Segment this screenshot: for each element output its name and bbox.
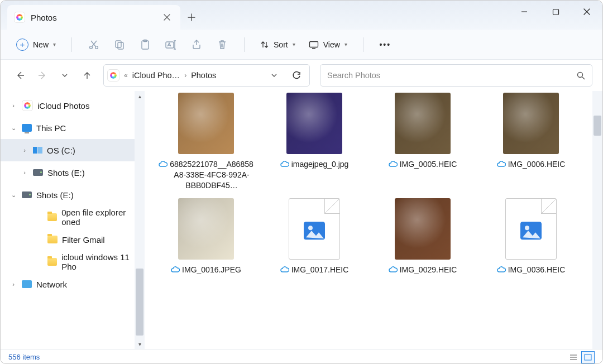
file-name: IMG_0016.JPEG	[182, 265, 241, 275]
tree-item[interactable]: ⌄This PC	[1, 117, 145, 139]
address-bar[interactable]: « iCloud Pho… › Photos	[103, 64, 310, 87]
tree-item-label: icloud windows 11 Pho	[61, 252, 145, 271]
svg-point-2	[95, 46, 98, 49]
chevron-down-icon: ▾	[53, 41, 56, 47]
file-item[interactable]: IMG_0036.HEIC	[481, 197, 581, 275]
drive-icon	[22, 191, 32, 198]
file-name: imagejpeg_0.jpg	[291, 159, 349, 170]
file-item[interactable]: IMG_0006.HEIC	[481, 91, 581, 170]
tree-item-label: Network	[36, 280, 67, 289]
tree-item[interactable]: ›iCloud Photos	[1, 94, 145, 117]
chevron-right-icon[interactable]: ›	[21, 147, 28, 154]
details-view-button[interactable]	[567, 351, 580, 363]
sort-button[interactable]: Sort ▾	[255, 37, 301, 52]
breadcrumb-segment[interactable]: Photos	[191, 71, 216, 80]
recent-locations-button[interactable]	[55, 66, 74, 85]
window-tab[interactable]: Photos	[7, 5, 180, 30]
file-item[interactable]: IMG_0017.HEIC	[264, 197, 365, 275]
chevron-right-icon[interactable]: ›	[21, 169, 28, 176]
breadcrumb-segment[interactable]: iCloud Pho…	[132, 71, 180, 80]
pc-icon	[22, 124, 32, 132]
scroll-thumb[interactable]	[594, 116, 601, 136]
tree-item[interactable]: ›OS (C:)	[1, 139, 145, 161]
back-button[interactable]	[11, 66, 30, 85]
file-thumbnail	[381, 91, 465, 156]
item-count: 556 items	[8, 353, 40, 361]
file-item[interactable]: IMG_0029.HEIC	[372, 197, 473, 275]
tree-item[interactable]: Filter Gmail	[1, 228, 145, 251]
nav-tree: ›iCloud Photos⌄This PC›OS (C:)›Shots (E:…	[1, 91, 145, 349]
svg-point-11	[308, 226, 313, 230]
tree-item[interactable]: ⌄Shots (E:)	[1, 184, 145, 206]
chevron-right-icon: ›	[183, 71, 188, 79]
tree-item-label: Filter Gmail	[62, 235, 105, 245]
folder-icon	[47, 213, 58, 221]
search-icon[interactable]	[576, 71, 585, 80]
cloud-status-icon	[497, 266, 506, 272]
refresh-button[interactable]	[287, 66, 306, 85]
file-thumbnail	[272, 91, 356, 156]
more-button[interactable]: •••	[374, 35, 397, 55]
tree-item[interactable]: ›Shots (E:)	[1, 161, 145, 184]
cloud-status-icon	[280, 266, 289, 272]
tree-item-label: OS (C:)	[47, 146, 75, 155]
maximize-button[interactable]	[540, 1, 571, 23]
toolbar: + New ▾ Sort ▾ View ▾ •••	[1, 30, 602, 60]
close-window-button[interactable]	[571, 1, 602, 23]
chevron-right-icon[interactable]: ›	[9, 281, 17, 288]
file-item[interactable]: 68825221078__A86858A8-338E-4FC8-992A-BBB…	[156, 91, 256, 191]
tree-item[interactable]: ›Network	[1, 273, 145, 295]
view-button[interactable]: View ▾	[303, 37, 353, 52]
separator	[71, 37, 72, 52]
chevron-down-icon[interactable]: ⌄	[9, 124, 17, 132]
folder-icon	[47, 236, 58, 243]
chevron-right-icon[interactable]: ›	[9, 102, 17, 109]
svg-rect-5	[142, 41, 149, 49]
address-history-button[interactable]	[265, 66, 284, 85]
search-input[interactable]	[327, 71, 576, 80]
file-thumbnail	[381, 197, 465, 261]
overflow-chevron-icon[interactable]: «	[123, 71, 129, 79]
svg-point-13	[525, 226, 529, 230]
file-item[interactable]: IMG_0005.HEIC	[372, 91, 473, 170]
file-thumbnail	[164, 197, 248, 261]
file-grid-area: 68825221078__A86858A8-338E-4FC8-992A-BBB…	[145, 91, 602, 349]
paste-button[interactable]	[133, 35, 157, 55]
separator	[244, 37, 245, 52]
tree-item-label: Shots (E:)	[36, 190, 74, 200]
file-item[interactable]: IMG_0016.JPEG	[156, 197, 256, 275]
new-tab-button[interactable]	[180, 5, 203, 30]
file-thumbnail	[489, 197, 573, 261]
file-item[interactable]: imagejpeg_0.jpg	[264, 91, 365, 170]
svg-rect-4	[118, 42, 123, 49]
up-button[interactable]	[78, 66, 97, 85]
minimize-button[interactable]	[509, 1, 540, 23]
chevron-down-icon[interactable]: ⌄	[9, 191, 17, 199]
copy-button[interactable]	[108, 35, 131, 55]
icons-view-button[interactable]	[581, 351, 595, 363]
scroll-down-icon[interactable]: ▾	[135, 339, 145, 349]
delete-button[interactable]	[210, 35, 234, 55]
drive-icon	[33, 147, 42, 154]
sidebar-scrollbar[interactable]: ▴ ▾	[135, 91, 145, 349]
new-button[interactable]: + New ▾	[11, 35, 61, 54]
share-button[interactable]	[185, 35, 208, 55]
file-name: 68825221078__A86858A8-338E-4FC8-992A-BBB…	[170, 159, 253, 191]
image-file-icon	[303, 219, 326, 243]
search-box[interactable]	[320, 64, 592, 87]
rename-button[interactable]	[159, 35, 183, 55]
tree-item[interactable]: icloud windows 11 Pho	[1, 251, 145, 273]
status-bar: 556 items	[1, 349, 602, 364]
svg-rect-3	[116, 41, 121, 47]
close-tab-button[interactable]	[160, 11, 174, 24]
forward-button[interactable]	[33, 66, 52, 85]
svg-rect-14	[585, 355, 591, 360]
tree-item[interactable]: 0pen file explorer oned	[1, 206, 145, 228]
file-name: IMG_0006.HEIC	[508, 159, 566, 170]
scroll-thumb[interactable]	[136, 269, 143, 336]
tree-item-label: This PC	[36, 123, 66, 133]
location-icon	[107, 69, 119, 82]
content-scrollbar[interactable]	[592, 91, 602, 349]
scroll-up-icon[interactable]: ▴	[135, 91, 145, 101]
cut-button[interactable]	[82, 35, 106, 55]
